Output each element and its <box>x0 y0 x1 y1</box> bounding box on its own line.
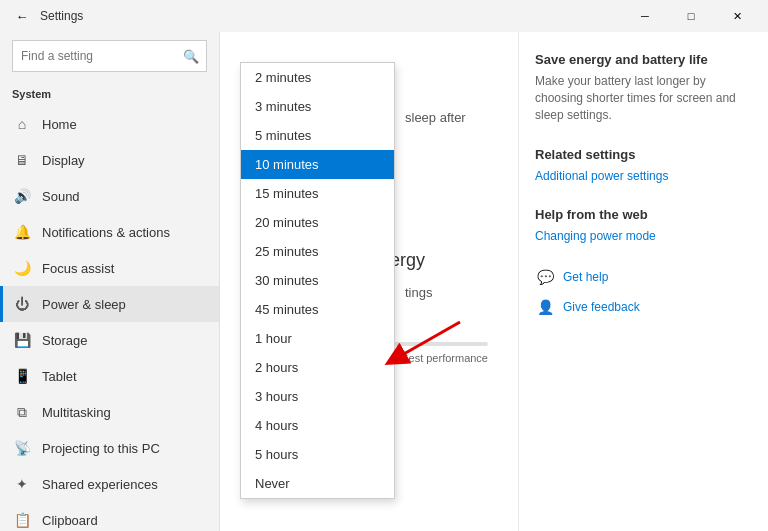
settings-label: tings <box>405 285 432 300</box>
sidebar-item-storage[interactable]: 💾Storage <box>0 322 219 358</box>
sound-icon: 🔊 <box>12 186 32 206</box>
save-energy-text: Make your battery last longer by choosin… <box>535 73 752 123</box>
dropdown-item-2-hours[interactable]: 2 hours <box>241 353 394 382</box>
display-icon: 🖥 <box>12 150 32 170</box>
right-panel: Save energy and battery life Make your b… <box>518 32 768 531</box>
sidebar-item-projecting[interactable]: 📡Projecting to this PC <box>0 430 219 466</box>
dropdown-menu[interactable]: 2 minutes3 minutes5 minutes10 minutes15 … <box>240 62 395 499</box>
sidebar-item-clipboard[interactable]: 📋Clipboard <box>0 502 219 531</box>
tablet-label: Tablet <box>42 369 77 384</box>
additional-power-settings-link[interactable]: Additional power settings <box>535 169 668 183</box>
sidebar-item-tablet[interactable]: 📱Tablet <box>0 358 219 394</box>
save-energy-title: Save energy and battery life <box>535 52 752 67</box>
maximize-button[interactable]: □ <box>668 0 714 32</box>
tablet-icon: 📱 <box>12 366 32 386</box>
power-label: Power & sleep <box>42 297 126 312</box>
sidebar-item-display[interactable]: 🖥Display <box>0 142 219 178</box>
display-label: Display <box>42 153 85 168</box>
slider-right-label: Best performance <box>401 352 488 364</box>
dropdown-item-1-hour[interactable]: 1 hour <box>241 324 394 353</box>
sidebar-item-notifications[interactable]: 🔔Notifications & actions <box>0 214 219 250</box>
help-from-web-title: Help from the web <box>535 207 752 222</box>
dropdown-item-15-minutes[interactable]: 15 minutes <box>241 179 394 208</box>
close-button[interactable]: ✕ <box>714 0 760 32</box>
search-container: 🔍 <box>12 40 207 72</box>
main-layout: 🔍 System ⌂Home🖥Display🔊Sound🔔Notificatio… <box>0 32 768 531</box>
help-give-feedback-icon: 👤 <box>535 297 555 317</box>
sidebar-items: ⌂Home🖥Display🔊Sound🔔Notifications & acti… <box>0 106 219 531</box>
dropdown-item-20-minutes[interactable]: 20 minutes <box>241 208 394 237</box>
notifications-label: Notifications & actions <box>42 225 170 240</box>
titlebar: ← Settings ─ □ ✕ <box>0 0 768 32</box>
sidebar-item-focus[interactable]: 🌙Focus assist <box>0 250 219 286</box>
sidebar-item-multitasking[interactable]: ⧉Multitasking <box>0 394 219 430</box>
sidebar: 🔍 System ⌂Home🖥Display🔊Sound🔔Notificatio… <box>0 32 220 531</box>
search-input[interactable] <box>12 40 207 72</box>
power-icon: ⏻ <box>12 294 32 314</box>
help-from-web-section: Help from the web Changing power mode <box>535 207 752 243</box>
help-get-help-label: Get help <box>563 270 608 284</box>
dropdown-item-10-minutes[interactable]: 10 minutes <box>241 150 394 179</box>
search-icon: 🔍 <box>183 49 199 64</box>
dropdown-item-30-minutes[interactable]: 30 minutes <box>241 266 394 295</box>
dropdown-overlay: 2 minutes3 minutes5 minutes10 minutes15 … <box>220 32 518 531</box>
dropdown-item-3-hours[interactable]: 3 hours <box>241 382 394 411</box>
save-energy-section: Save energy and battery life Make your b… <box>535 52 752 123</box>
sound-label: Sound <box>42 189 80 204</box>
clipboard-label: Clipboard <box>42 513 98 528</box>
related-settings-section: Related settings Additional power settin… <box>535 147 752 183</box>
dropdown-item-3-minutes[interactable]: 3 minutes <box>241 92 394 121</box>
sidebar-item-home[interactable]: ⌂Home <box>0 106 219 142</box>
multitasking-label: Multitasking <box>42 405 111 420</box>
dropdown-item-25-minutes[interactable]: 25 minutes <box>241 237 394 266</box>
multitasking-icon: ⧉ <box>12 402 32 422</box>
titlebar-title: Settings <box>40 9 83 23</box>
dropdown-item-5-minutes[interactable]: 5 minutes <box>241 121 394 150</box>
content-area: sleep after ergy tings Best energy savin… <box>220 32 768 531</box>
storage-icon: 💾 <box>12 330 32 350</box>
home-icon: ⌂ <box>12 114 32 134</box>
dropdown-item-never[interactable]: Never <box>241 469 394 498</box>
system-section-label: System <box>0 84 219 106</box>
shared-label: Shared experiences <box>42 477 158 492</box>
notifications-icon: 🔔 <box>12 222 32 242</box>
sidebar-item-shared[interactable]: ✦Shared experiences <box>0 466 219 502</box>
window-controls: ─ □ ✕ <box>622 0 760 32</box>
help-actions-section: 💬Get help👤Give feedback <box>535 267 752 317</box>
help-give-feedback-label: Give feedback <box>563 300 640 314</box>
focus-label: Focus assist <box>42 261 114 276</box>
dropdown-item-45-minutes[interactable]: 45 minutes <box>241 295 394 324</box>
help-item-get-help[interactable]: 💬Get help <box>535 267 752 287</box>
changing-power-mode-link[interactable]: Changing power mode <box>535 229 656 243</box>
sleep-label: sleep after <box>405 110 466 125</box>
related-settings-title: Related settings <box>535 147 752 162</box>
shared-icon: ✦ <box>12 474 32 494</box>
clipboard-icon: 📋 <box>12 510 32 530</box>
focus-icon: 🌙 <box>12 258 32 278</box>
back-button[interactable]: ← <box>8 2 36 30</box>
sidebar-item-power[interactable]: ⏻Power & sleep <box>0 286 219 322</box>
help-item-give-feedback[interactable]: 👤Give feedback <box>535 297 752 317</box>
dropdown-item-4-hours[interactable]: 4 hours <box>241 411 394 440</box>
minimize-button[interactable]: ─ <box>622 0 668 32</box>
dropdown-item-5-hours[interactable]: 5 hours <box>241 440 394 469</box>
energy-label: ergy <box>390 250 425 271</box>
projecting-label: Projecting to this PC <box>42 441 160 456</box>
content-main: sleep after ergy tings Best energy savin… <box>220 32 518 531</box>
storage-label: Storage <box>42 333 88 348</box>
home-label: Home <box>42 117 77 132</box>
dropdown-item-2-minutes[interactable]: 2 minutes <box>241 63 394 92</box>
help-get-help-icon: 💬 <box>535 267 555 287</box>
projecting-icon: 📡 <box>12 438 32 458</box>
sidebar-item-sound[interactable]: 🔊Sound <box>0 178 219 214</box>
back-icon: ← <box>16 9 29 24</box>
